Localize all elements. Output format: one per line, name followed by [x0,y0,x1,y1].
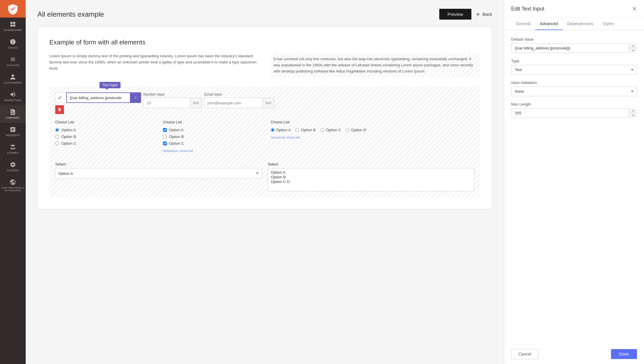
tab-advanced[interactable]: Advanced [535,18,563,30]
choice-option-b1[interactable]: Option B [55,134,157,139]
input-validation-field: Input Validation None Letters Only Numbe… [511,80,637,96]
option-b2-label: Option B [169,134,184,139]
default-value-field: Default Value ▲ ▼ [511,37,637,53]
edit-button[interactable] [55,92,64,103]
panel-title: Edit Text Input [511,6,544,12]
choice-option-a1[interactable]: Option A [55,128,157,132]
sidebar-item-label: SYSTEM [7,169,19,172]
default-value-input[interactable] [511,43,637,53]
max-length-label: Max Length [511,102,637,106]
max-length-spinner-up[interactable]: ▲ [629,108,637,113]
choice-option-b3[interactable]: Option B [295,128,316,132]
sidebar-item-label: CUSTOMERS [4,81,22,84]
sidebar-item-marketing[interactable]: MARKETING [0,88,26,105]
select-1-label: Select [55,162,262,166]
cancel-button[interactable]: Cancel [511,349,539,359]
select-section: Select Option A Option B Option C Select… [55,162,474,192]
sidebar-logo [0,0,26,18]
panel-footer: Cancel Done [504,344,644,364]
panel-header: Edit Text Input ✕ [504,0,644,18]
panel-tabs: General Advanced Dependencies Styles [504,18,644,30]
email-input-label: Email Input [204,92,274,96]
choice-list-1-label: Choice List [55,120,157,124]
form-title: Example of form with all elements [49,39,480,46]
type-select[interactable]: Text Number Email Password [511,65,637,75]
sidebar-item-customers[interactable]: CUSTOMERS [0,70,26,88]
choice-option-d3[interactable]: Option D [346,128,366,132]
input-validation-select[interactable]: None Letters Only Numbers Only Email [511,87,637,96]
select-group-2: Select Option A Option B Option C D [268,162,475,192]
max-length-spinner-down[interactable]: ▼ [629,113,637,118]
text-input-field[interactable] [66,92,131,103]
spinner-up[interactable]: ▲ [629,43,637,48]
tab-general[interactable]: General [511,18,535,30]
max-length-input-wrapper: ▲ ▼ [511,108,637,118]
type-label: Type [511,59,637,63]
number-input-wrapper: text [143,98,202,108]
email-input-suffix: text [263,98,274,108]
select-1-field[interactable]: Option A Option B Option C [55,168,262,179]
choice-list-2-label: Choice List [163,120,265,124]
choice-option-c3[interactable]: Option C [320,128,341,132]
preview-button[interactable]: Preview [439,9,471,20]
number-input-group: Number input text [143,92,202,108]
option-c1-label: Option C [61,141,76,146]
svg-rect-3 [13,25,15,27]
sidebar-item-system[interactable]: SYSTEM [0,158,26,175]
max-length-spinner: ▲ ▼ [629,108,637,118]
email-input-field[interactable] [204,98,263,108]
tab-styles[interactable]: Styles [598,18,619,30]
number-input-label: Number input [143,92,202,96]
text-input-tooltip: Text Input [100,82,121,88]
horizontal-choices: Option A Option B Option C Option D [271,128,475,132]
drag-button[interactable] [131,92,141,103]
choice-option-c2[interactable]: Option C [163,141,265,146]
tab-dependencies[interactable]: Dependencies [563,18,598,30]
sidebar: DASHBOARD SALES CATALOG CUSTOMERS MARKET… [0,0,26,364]
done-button[interactable]: Done [611,349,637,359]
delete-button[interactable] [55,105,64,114]
sidebar-item-stores[interactable]: STORES [0,140,26,158]
svg-rect-2 [11,25,13,27]
choice-option-a3[interactable]: Option A [271,128,291,132]
sidebar-item-sales[interactable]: SALES [0,35,26,53]
back-button[interactable]: Back [476,12,492,17]
choice-option-c1[interactable]: Option C [55,141,157,146]
sidebar-item-catalog[interactable]: CATALOG [0,53,26,70]
choice-option-b2[interactable]: Option B [163,134,265,139]
email-input-wrapper: text [204,98,274,108]
default-value-spinner: ▲ ▼ [629,43,637,53]
sidebar-item-content[interactable]: CONTENT [0,105,26,123]
max-length-field: Max Length ▲ ▼ [511,102,637,118]
sidebar-item-reports[interactable]: REPORTS [0,123,26,140]
text-input-area: Text Input Number input text Em [49,87,480,197]
sidebar-item-label: STORES [7,151,19,154]
select-2-field[interactable]: Option A Option B Option C D [268,168,475,192]
back-label: Back [482,12,492,17]
choice-option-a2[interactable]: Option A [163,128,265,132]
main-content: All elements example Preview Back Exampl… [26,0,504,364]
sidebar-item-dashboard[interactable]: DASHBOARD [0,18,26,35]
default-value-label: Default Value [511,37,637,42]
number-input-suffix: text [190,98,202,108]
select-2-label: Select [268,162,475,166]
choice-list-1: Choice List Option A Option B Option C [55,120,157,153]
max-length-input[interactable] [511,108,637,118]
sidebar-item-label: CONTENT [6,116,20,119]
sidebar-item-find-partners[interactable]: FIND PARTNERS & EXTENSIONS [0,175,26,195]
sidebar-item-label: MARKETING [4,99,21,102]
spinner-down[interactable]: ▼ [629,48,637,53]
panel-close-button[interactable]: ✕ [632,5,637,12]
choice-list-3-label: Choice List [271,120,475,124]
email-input-group: Email Input text [204,92,274,108]
multiselect-label: Multiselect choice list [163,149,265,153]
option-c2-label: Option C [169,141,184,146]
input-validation-label: Input Validation [511,80,637,85]
panel-content: Default Value ▲ ▼ Type Text Number Email… [504,30,644,344]
choice-section: Choice List Option A Option B Option C C… [55,120,474,153]
svg-rect-0 [11,22,13,24]
form-canvas: Example of form with all elements Lorem … [37,27,492,209]
choice-list-2: Choice List Option A Option B Option C M… [163,120,265,153]
number-input-field[interactable] [143,98,190,108]
lorem-text-1: Lorem Ipsum is simply dummy text of the … [49,53,259,77]
